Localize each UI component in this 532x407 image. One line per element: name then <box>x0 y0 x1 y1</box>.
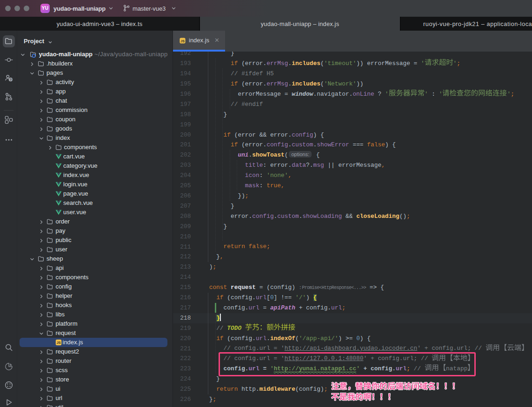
svg-text:?: ? <box>9 78 11 82</box>
svg-text:JS: JS <box>180 39 185 42</box>
svg-text:JS: JS <box>56 341 60 345</box>
